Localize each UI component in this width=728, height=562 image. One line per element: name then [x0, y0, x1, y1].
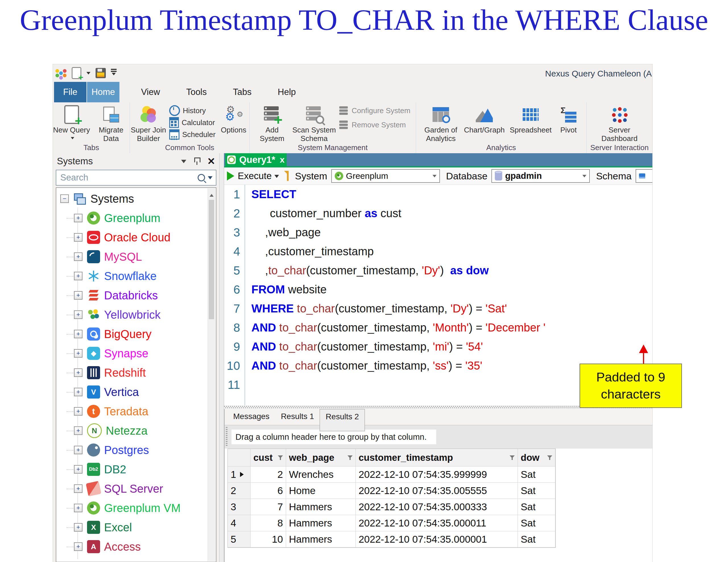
execute-play-icon[interactable] [227, 172, 234, 181]
expand-icon[interactable]: + [74, 407, 82, 416]
tree-item-db2[interactable]: +Db2DB2 [56, 460, 207, 479]
tree-item-label: DB2 [104, 463, 126, 476]
menu-item-view[interactable]: View [128, 82, 173, 102]
tree-item-bigquery[interactable]: +BigQuery [56, 324, 207, 344]
search-icon[interactable] [198, 174, 205, 181]
cell-cust: 8 [251, 515, 286, 531]
new-query-dropdown-icon[interactable] [86, 72, 90, 77]
tree-item-sql-server[interactable]: +SQL Server [56, 479, 207, 498]
tree-item-teradata[interactable]: +tTeradata [56, 402, 207, 421]
schema-select[interactable] [636, 169, 653, 183]
tree-item-greenplum-vm[interactable]: +Greenplum VM [56, 498, 207, 518]
tree-item-redshift[interactable]: +Redshift [56, 363, 207, 382]
tree-item-vertica[interactable]: +VVertica [56, 382, 207, 402]
tree-item-postgres[interactable]: +Postgres [56, 440, 207, 460]
spreadsheet-icon [523, 104, 539, 125]
tree-item-snowflake[interactable]: +Snowflake [56, 267, 207, 286]
redshift-icon [87, 366, 100, 379]
cell-customer_timestamp: 2022-12-10 07:54:35.000333 [356, 499, 518, 515]
column-header-customer_timestamp[interactable]: customer_timestamp [356, 449, 518, 466]
column-header-cust[interactable]: cust [251, 449, 286, 466]
results-tab-results-2[interactable]: Results 2 [320, 409, 365, 431]
tree-item-netezza[interactable]: +NNetezza [56, 421, 207, 440]
tree-item-oracle-cloud[interactable]: +Oracle Cloud [56, 228, 207, 247]
results-tab-results-1[interactable]: Results 1 [275, 409, 320, 425]
tree-item-systems[interactable]: −Systems [56, 189, 207, 208]
page: Greenplum Timestamp TO_CHAR in the WHERE… [0, 0, 728, 562]
expand-icon[interactable]: + [74, 446, 82, 454]
pin-icon[interactable] [194, 157, 200, 166]
search-input[interactable] [60, 172, 198, 183]
tree-scrollbar[interactable] [208, 189, 215, 561]
table-row[interactable]: 48Hammers2022-12-10 07:54:35.000011Sat [228, 515, 555, 531]
expand-icon[interactable]: + [74, 523, 82, 532]
expand-icon[interactable]: + [74, 291, 82, 299]
database-select[interactable]: gpadmin [491, 169, 590, 183]
tree-item-mysql[interactable]: +MySQL [56, 247, 207, 267]
search-options-icon[interactable] [208, 176, 212, 182]
remove-system-button[interactable]: Remove System [339, 120, 411, 130]
history-button[interactable]: History [169, 106, 216, 115]
customize-toolbar-icon[interactable] [111, 69, 117, 77]
execute-button[interactable]: Execute [238, 171, 272, 181]
configure-system-button[interactable]: Configure System [339, 106, 411, 115]
tree-item-synapse[interactable]: +◆Synapse [56, 344, 207, 363]
column-header-web_page[interactable]: web_page [286, 449, 356, 466]
tab-home[interactable]: Home [87, 82, 119, 102]
table-row[interactable]: 26Home2022-12-10 07:54:35.005555Sat [228, 483, 555, 499]
ribbon-group-system-management: + Add System Scan System Schema Configur… [250, 102, 416, 153]
expand-icon[interactable]: + [74, 349, 82, 357]
system-select[interactable]: Greenplum [331, 169, 440, 183]
new-query-quick-icon[interactable] [72, 67, 81, 79]
table-row[interactable]: 12Wrenches2022-12-10 07:54:35.999999Sat [228, 466, 555, 483]
expand-icon[interactable]: + [74, 388, 82, 396]
table-row[interactable]: 510Hammers2022-12-10 07:54:35.000001Sat [228, 531, 555, 547]
menu-item-tools[interactable]: Tools [173, 82, 220, 102]
expand-icon[interactable]: + [74, 484, 82, 493]
calculator-button[interactable]: Calculator [169, 118, 216, 127]
code-text: AND to_char(customer_timestamp, 'mi') = … [251, 340, 483, 353]
filter-icon[interactable] [547, 455, 552, 460]
column-header-dow[interactable]: dow [518, 449, 555, 466]
table-row[interactable]: 37Hammers2022-12-10 07:54:35.000333Sat [228, 499, 555, 515]
panel-menu-icon[interactable] [181, 160, 186, 166]
scroll-up-icon[interactable] [210, 192, 214, 197]
expand-icon[interactable]: + [74, 368, 82, 377]
ribbon-tab-row: File Home ViewToolsTabsHelp [53, 82, 652, 102]
save-icon[interactable] [96, 68, 106, 78]
expand-icon[interactable]: + [74, 310, 82, 319]
tree-item-databricks[interactable]: +Databricks [56, 286, 207, 305]
expand-icon[interactable]: + [74, 426, 82, 435]
expand-icon[interactable]: + [74, 253, 82, 261]
code-text: AND to_char(customer_timestamp, 'ss') = … [251, 359, 482, 372]
filter-icon[interactable] [510, 455, 515, 460]
query-tab-close-icon[interactable]: x [280, 155, 285, 165]
tab-file[interactable]: File [54, 82, 86, 102]
scrollbar-thumb[interactable] [209, 200, 214, 319]
scheduler-button[interactable]: Scheduler [169, 130, 216, 139]
results-tab-messages[interactable]: Messages [227, 409, 275, 425]
tab-query1[interactable]: Query1* x [225, 153, 287, 166]
expand-icon[interactable]: + [74, 330, 82, 338]
expand-icon[interactable]: + [74, 214, 82, 222]
code-text: customer_number as cust [270, 207, 401, 220]
collapse-icon[interactable]: − [60, 195, 69, 203]
add-system-icon: + [264, 104, 280, 125]
filter-icon[interactable] [348, 455, 353, 460]
tree-item-access[interactable]: +AAccess [56, 537, 207, 556]
expand-icon[interactable]: + [74, 233, 82, 242]
expand-icon[interactable]: + [74, 272, 82, 280]
expand-icon[interactable]: + [74, 542, 82, 551]
expand-icon[interactable]: + [74, 465, 82, 474]
menu-item-tabs[interactable]: Tabs [220, 82, 264, 102]
panel-splitter[interactable] [219, 153, 224, 562]
tree-item-excel[interactable]: +XExcel [56, 518, 207, 537]
tree-item-greenplum[interactable]: +Greenplum [56, 208, 207, 228]
expand-icon[interactable]: + [74, 504, 82, 512]
execute-dropdown-icon[interactable] [274, 175, 279, 180]
menu-item-help[interactable]: Help [265, 82, 309, 102]
close-icon[interactable]: ✕ [207, 157, 216, 166]
filter-icon[interactable] [278, 455, 283, 460]
open-file-icon[interactable] [287, 171, 289, 181]
tree-item-yellowbrick[interactable]: +Yellowbrick [56, 305, 207, 324]
